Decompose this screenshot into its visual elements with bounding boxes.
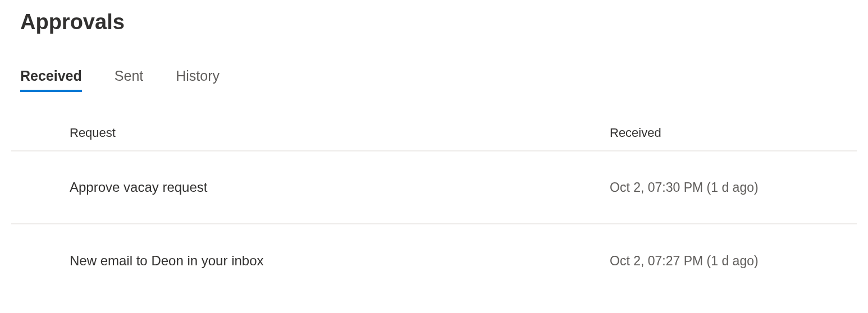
tabs: Received Sent History xyxy=(20,68,848,92)
page-title: Approvals xyxy=(20,10,848,34)
tab-history[interactable]: History xyxy=(176,68,220,92)
row-request: Approve vacay request xyxy=(11,179,610,195)
approvals-table: Request Received Approve vacay request O… xyxy=(11,126,857,297)
table-header: Request Received xyxy=(11,126,857,151)
row-received: Oct 2, 07:27 PM (1 d ago) xyxy=(610,254,857,269)
tab-sent[interactable]: Sent xyxy=(115,68,143,92)
column-header-request[interactable]: Request xyxy=(11,126,610,140)
table-row[interactable]: New email to Deon in your inbox Oct 2, 0… xyxy=(11,224,857,297)
table-row[interactable]: Approve vacay request Oct 2, 07:30 PM (1… xyxy=(11,151,857,224)
row-received: Oct 2, 07:30 PM (1 d ago) xyxy=(610,180,857,195)
tab-received[interactable]: Received xyxy=(20,68,82,92)
row-request: New email to Deon in your inbox xyxy=(11,253,610,269)
column-header-received[interactable]: Received xyxy=(610,126,857,140)
